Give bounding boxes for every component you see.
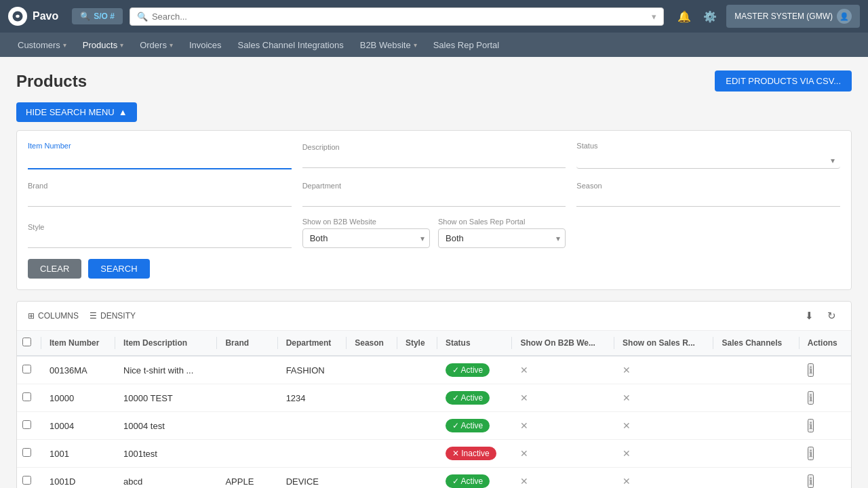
col-header-actions: Actions xyxy=(800,331,851,356)
clear-button[interactable]: CLEAR xyxy=(28,259,81,279)
search-row-3: Style Show on B2B Website Both Yes No Sh xyxy=(28,218,840,248)
hide-search-menu-button[interactable]: HIDE SEARCH MENU ▲ xyxy=(16,102,137,122)
season-input[interactable] xyxy=(576,190,840,207)
b2b-x-icon: ✕ xyxy=(520,448,528,459)
status-select-wrapper: Active Inactive xyxy=(576,152,840,169)
row-item-number: 1001D xyxy=(41,468,115,489)
select-all-checkbox[interactable] xyxy=(22,338,31,346)
row-checkbox[interactable] xyxy=(22,365,31,373)
b2b-x-icon: ✕ xyxy=(520,392,528,403)
so-button[interactable]: 🔍 S/O # xyxy=(72,8,123,24)
info-button[interactable]: ℹ xyxy=(808,391,814,405)
show-b2b-wrapper: Both Yes No xyxy=(302,228,430,248)
show-salesrep-select[interactable]: Both Yes No xyxy=(438,228,566,248)
subnav-salesrep[interactable]: Sales Rep Portal xyxy=(427,36,507,54)
row-season xyxy=(347,440,397,468)
logo-icon xyxy=(8,7,27,26)
brand-input[interactable] xyxy=(28,190,292,207)
notifications-button[interactable]: 🔔 xyxy=(675,7,694,26)
products-chevron: ▾ xyxy=(120,41,123,49)
col-header-b2b: Show On B2B We... xyxy=(512,331,614,356)
status-badge-active: ✓ Active xyxy=(446,419,490,432)
description-field: Description xyxy=(302,142,566,169)
global-search-input[interactable] xyxy=(152,12,648,22)
toolbar-right: ⬇ ↻ xyxy=(801,308,840,323)
show-b2b-label: Show on B2B Website xyxy=(302,218,430,226)
status-badge-active: ✓ Active xyxy=(446,474,490,488)
season-field: Season xyxy=(576,180,840,207)
row-checkbox[interactable] xyxy=(22,420,31,429)
app-logo: Pavo xyxy=(8,7,58,26)
info-button[interactable]: ℹ xyxy=(808,419,814,432)
refresh-button[interactable]: ↻ xyxy=(823,308,840,323)
page-title: Products xyxy=(16,72,87,91)
row-department xyxy=(278,440,347,468)
row-season xyxy=(347,468,397,489)
row-brand xyxy=(217,440,277,468)
search-icon: 🔍 xyxy=(137,12,148,22)
row-style xyxy=(397,440,437,468)
salesrep-x-icon: ✕ xyxy=(623,365,631,375)
salesrep-x-icon: ✕ xyxy=(623,392,631,403)
brand-field: Brand xyxy=(28,180,292,207)
row-checkbox-cell xyxy=(17,468,41,489)
search-dropdown-icon[interactable]: ▾ xyxy=(652,12,656,22)
row-b2b: ✕ xyxy=(512,412,614,440)
download-button[interactable]: ⬇ xyxy=(801,308,818,323)
subnav-invoices[interactable]: Invoices xyxy=(182,36,229,54)
app-name: Pavo xyxy=(33,10,58,22)
item-number-field: Item Number xyxy=(28,142,292,169)
b2b-chevron: ▾ xyxy=(414,41,417,49)
status-badge-active: ✓ Active xyxy=(446,391,490,405)
row-salesrep: ✕ xyxy=(614,384,713,412)
row-status: ✕ Inactive xyxy=(437,440,513,468)
col-header-department: Department xyxy=(278,331,347,356)
row-description: 10000 TEST xyxy=(115,384,217,412)
select-all-header xyxy=(17,331,41,356)
row-salesrep: ✕ xyxy=(614,468,713,489)
row-department: DEVICE xyxy=(278,468,347,489)
table-section: ⊞ COLUMNS ☰ DENSITY ⬇ ↻ Item Numbe xyxy=(16,301,852,488)
show-b2b-select[interactable]: Both Yes No xyxy=(302,228,430,248)
table-row: 10004 10004 test ✓ Active ✕ ✕ ℹ xyxy=(17,412,851,440)
search-row-2: Brand Department Season xyxy=(28,180,840,207)
density-button[interactable]: ☰ DENSITY xyxy=(90,311,136,321)
department-input[interactable] xyxy=(302,190,566,207)
columns-button[interactable]: ⊞ COLUMNS xyxy=(28,311,79,321)
search-button[interactable]: SEARCH xyxy=(88,259,149,279)
subnav-orders[interactable]: Orders ▾ xyxy=(133,36,180,54)
edit-csv-button[interactable]: EDIT PRODUCTS VIA CSV... xyxy=(715,70,852,92)
subnav-b2b[interactable]: B2B Website ▾ xyxy=(353,36,424,54)
info-button[interactable]: ℹ xyxy=(808,363,814,377)
status-badge-inactive: ✕ Inactive xyxy=(446,447,496,460)
row-channels xyxy=(713,440,799,468)
master-system-button[interactable]: MASTER SYSTEM (GMW) 👤 xyxy=(726,5,860,28)
subnav-products[interactable]: Products ▾ xyxy=(76,36,130,54)
salesrep-x-icon: ✕ xyxy=(623,448,631,459)
row-checkbox[interactable] xyxy=(22,448,31,457)
settings-button[interactable]: ⚙️ xyxy=(701,7,719,26)
row-checkbox[interactable] xyxy=(22,476,31,485)
master-system-label: MASTER SYSTEM (GMW) xyxy=(734,12,833,21)
row-channels xyxy=(713,356,799,384)
subnav-customers[interactable]: Customers ▾ xyxy=(11,36,73,54)
search-panel: Item Number Description Status Active In… xyxy=(16,130,852,290)
row-actions: ℹ xyxy=(800,356,851,384)
row-checkbox[interactable] xyxy=(22,392,31,401)
style-input[interactable] xyxy=(28,232,292,248)
subnav-sales-channel[interactable]: Sales Channel Integrations xyxy=(231,36,351,54)
orders-chevron: ▾ xyxy=(170,41,173,49)
row-brand xyxy=(217,356,277,384)
description-input[interactable] xyxy=(302,152,566,168)
status-select[interactable]: Active Inactive xyxy=(576,152,840,169)
global-search: 🔍 ▾ xyxy=(130,7,664,26)
row-status: ✓ Active xyxy=(437,412,513,440)
row-b2b: ✕ xyxy=(512,468,614,489)
row-checkbox-cell xyxy=(17,440,41,468)
row-b2b: ✕ xyxy=(512,440,614,468)
item-number-input[interactable] xyxy=(28,152,292,169)
row-salesrep: ✕ xyxy=(614,356,713,384)
info-button[interactable]: ℹ xyxy=(808,474,814,488)
info-button[interactable]: ℹ xyxy=(808,447,814,460)
table-header-row: Item Number Item Description Brand Depar… xyxy=(17,331,851,356)
